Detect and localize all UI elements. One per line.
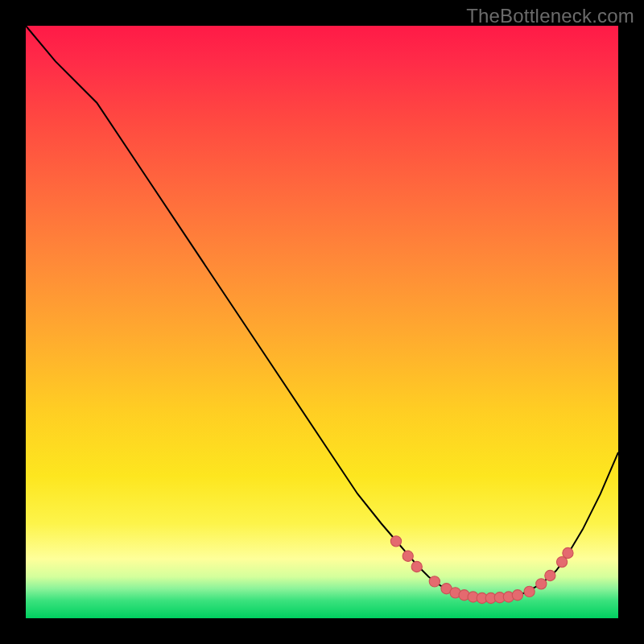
optimum-marker: [390, 536, 401, 547]
optimum-marker: [545, 570, 555, 580]
attribution-text: TheBottleneck.com: [466, 5, 634, 27]
curve-overlay: [26, 26, 618, 618]
optimum-marker: [429, 576, 440, 587]
optimum-marker: [563, 547, 573, 558]
bottleneck-curve: [26, 26, 618, 598]
optimum-marker-group: [390, 536, 573, 604]
chart-frame: TheBottleneck.com: [0, 0, 644, 644]
optimum-marker: [512, 590, 522, 601]
optimum-marker: [536, 579, 547, 589]
optimum-marker: [411, 561, 422, 572]
optimum-marker: [402, 551, 413, 561]
optimum-marker: [524, 586, 535, 597]
